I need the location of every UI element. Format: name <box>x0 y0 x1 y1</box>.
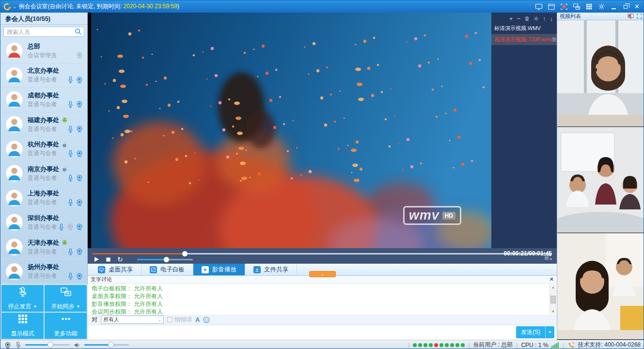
webcam-icon[interactable] <box>76 248 83 255</box>
checkbox-icon[interactable] <box>167 317 173 322</box>
record-icon[interactable] <box>560 3 568 11</box>
tab-whiteboard[interactable]: 电子白板 <box>141 264 193 275</box>
playlist-toggle-icon[interactable] <box>544 254 552 262</box>
webcam-icon[interactable] <box>76 199 83 206</box>
player-volume-slider[interactable] <box>137 259 193 260</box>
participant-name: 深圳办事处 <box>28 214 59 222</box>
more-functions-icon <box>60 313 72 327</box>
send-options-dropdown[interactable]: ▼ <box>545 326 554 338</box>
app-logo-icon[interactable] <box>3 3 11 11</box>
tab-file-share[interactable]: 文件共享 <box>245 264 297 275</box>
playlist-delete-action[interactable]: 删除 <box>552 34 557 45</box>
mic-icon[interactable] <box>67 248 74 255</box>
chat-recipient-select[interactable]: 所有人⌄ <box>101 316 164 324</box>
volume-handle[interactable] <box>164 257 169 262</box>
webcam-icon[interactable] <box>76 174 83 181</box>
window-mode-icon[interactable] <box>547 3 555 11</box>
settings-gear-icon[interactable] <box>597 3 606 11</box>
participant-row[interactable]: 北京办事处 普通与会者 <box>0 63 87 88</box>
chat-close-icon[interactable]: ✕ <box>550 276 554 283</box>
search-icon[interactable] <box>75 28 81 35</box>
more-functions-button[interactable]: 更多功能 <box>45 313 87 339</box>
mic-icon[interactable] <box>67 150 74 157</box>
playlist-remove-icon[interactable]: − <box>517 16 520 22</box>
title-menu-chevron-icon[interactable]: ⌄ <box>13 4 16 9</box>
emoji-button[interactable] <box>203 317 210 323</box>
participant-row[interactable]: 扬州办事处 普通与会者 <box>0 259 87 284</box>
mic-icon[interactable] <box>67 272 74 280</box>
chat-scrollbar[interactable]: ▲ ▼ <box>550 284 556 314</box>
webcam-icon[interactable] <box>76 101 83 108</box>
display-mode-button[interactable]: 显示模式 <box>1 313 44 339</box>
webcam-icon[interactable] <box>76 150 83 157</box>
close-button[interactable]: ✕ <box>633 3 641 11</box>
participant-row[interactable]: 总部 会议管理员 <box>0 39 87 63</box>
seek-handle[interactable] <box>182 251 188 256</box>
dropdown-arrow-icon[interactable]: ▼ <box>33 304 37 309</box>
participant-row[interactable]: 福建办事处 普通与会者 <box>0 112 87 137</box>
video-thumbnail-3[interactable] <box>557 233 644 340</box>
mic-icon[interactable] <box>67 174 74 182</box>
playlist-add-icon[interactable]: + <box>509 16 513 22</box>
participant-row[interactable]: 天津办事处 普通与会者 <box>0 235 87 260</box>
mic-icon[interactable] <box>67 76 74 83</box>
mic-icon[interactable] <box>58 223 64 231</box>
webcam-icon[interactable] <box>76 126 83 132</box>
participant-row[interactable]: 成都办事处 普通与会者 <box>0 88 87 112</box>
scroll-thumb[interactable] <box>550 296 556 303</box>
dropdown-arrow-icon[interactable]: ▼ <box>77 304 80 309</box>
video-thumbnail-2[interactable] <box>557 127 644 234</box>
speaker-icon[interactable] <box>74 342 80 349</box>
play-button[interactable] <box>94 256 99 262</box>
font-style-button[interactable]: A <box>195 316 200 323</box>
playlist-move-up-icon[interactable]: ↑ <box>543 16 546 22</box>
playlist-item[interactable]: 标清演示视频.WMV <box>491 23 557 34</box>
search-input[interactable] <box>3 27 84 37</box>
video-playback-area[interactable]: wmv HD <box>91 13 491 248</box>
webcam-gray-icon[interactable] <box>76 52 83 59</box>
tab-desktop-share[interactable]: 桌面共享 <box>90 264 141 275</box>
statusbar-webcam-icon[interactable] <box>4 342 11 349</box>
participant-row[interactable]: 南京办事处 普通与会者 <box>0 161 87 186</box>
video-monitor-icon[interactable] <box>628 14 634 19</box>
webcam-icon[interactable] <box>76 223 83 230</box>
expand-icon[interactable] <box>637 14 642 19</box>
start-sync-button[interactable]: 开始同步▼ <box>45 285 87 312</box>
statusbar-mic-muted-icon[interactable] <box>15 341 21 349</box>
whisper-checkbox[interactable]: 悄悄话 <box>167 316 192 324</box>
participant-row[interactable]: 杭州办事处 普通与会者 <box>0 137 87 161</box>
playlist-trash-icon[interactable] <box>524 16 530 21</box>
participant-row[interactable]: 深圳办事处 普通与会者 <box>0 210 87 235</box>
chat-collapse-handle[interactable]: ⌄ <box>309 271 336 277</box>
loop-button[interactable]: ↻ <box>117 256 123 262</box>
display-grid-icon[interactable] <box>585 3 593 11</box>
tab-media-play[interactable]: 影音播放 <box>193 264 245 275</box>
webcam-icon[interactable] <box>76 77 83 83</box>
mic-icon[interactable] <box>67 126 74 133</box>
playlist-settings-icon[interactable] <box>534 16 539 21</box>
mic-volume-knob[interactable] <box>47 342 53 348</box>
mic-volume-slider[interactable] <box>25 344 70 346</box>
seek-bar[interactable] <box>93 253 552 254</box>
stop-button[interactable] <box>106 257 111 262</box>
scroll-down-icon[interactable]: ▼ <box>550 308 556 314</box>
playlist-move-down-icon[interactable]: ↓ <box>550 16 553 22</box>
mic-icon[interactable] <box>67 101 74 108</box>
speaker-volume-knob[interactable] <box>108 342 114 348</box>
scroll-up-icon[interactable]: ▲ <box>550 284 556 290</box>
participant-role: 普通与会者 <box>28 174 57 182</box>
playlist-item[interactable]: 高清演示视频-720P.wmv删除 <box>491 34 557 45</box>
mic-icon[interactable] <box>67 199 74 206</box>
video-thumbnail-1[interactable] <box>557 20 644 127</box>
maximize-button[interactable] <box>622 3 629 11</box>
participant-row[interactable]: 上海办事处 普通与会者 <box>0 186 87 211</box>
webcam-icon[interactable] <box>76 273 83 280</box>
minimize-button[interactable] <box>610 3 617 11</box>
stop-speaking-button[interactable]: 停止发言▼ <box>1 285 44 312</box>
chat-input-area[interactable]: 发送(S) ▼ <box>88 325 557 340</box>
speaker-volume-slider[interactable] <box>84 344 129 346</box>
screen-share-icon[interactable] <box>534 3 543 11</box>
webcam-gray-icon[interactable] <box>67 223 74 230</box>
sync-network-icon[interactable] <box>572 3 581 11</box>
send-button[interactable]: 发送(S) <box>516 326 545 338</box>
